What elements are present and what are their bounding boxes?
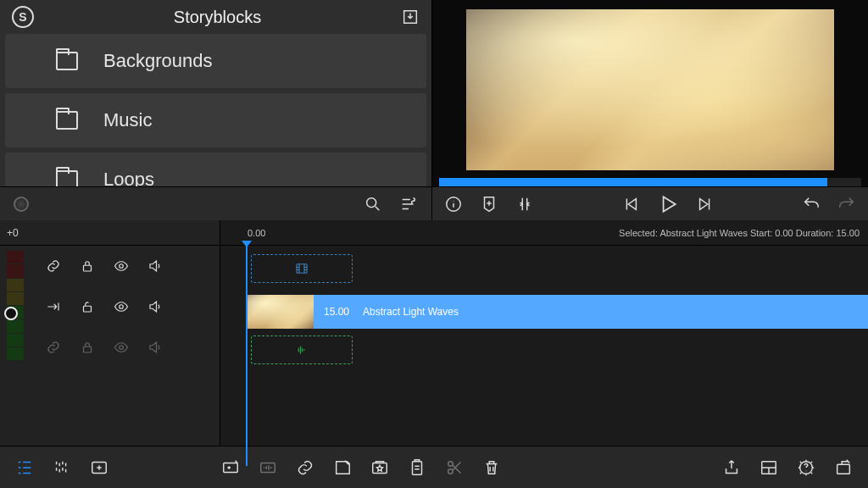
- audio-meter: [7, 251, 24, 361]
- timeline-header: 0.00 Selected: Abstract Light Waves Star…: [220, 220, 868, 246]
- next-frame-icon[interactable]: [696, 195, 715, 214]
- transition-icon[interactable]: [46, 299, 61, 314]
- browser-title: Storyblocks: [44, 8, 391, 27]
- selection-info: Selected: Abstract Light Waves Start: 0.…: [619, 228, 860, 238]
- timeline-track-2[interactable]: 15.00 Abstract Light Waves: [220, 295, 868, 329]
- unlock-icon[interactable]: [80, 299, 95, 314]
- speaker-icon[interactable]: [147, 258, 163, 274]
- browser-footer: [0, 186, 431, 220]
- scrub-bar[interactable]: [439, 178, 861, 186]
- tracks-area[interactable]: 15.00 Abstract Light Waves: [220, 246, 868, 466]
- playhead[interactable]: [246, 246, 248, 466]
- speaker-icon[interactable]: [147, 340, 163, 355]
- browser-item-label: Backgrounds: [103, 50, 212, 72]
- svg-rect-6: [84, 347, 92, 352]
- svg-rect-4: [84, 306, 92, 312]
- timeline-track-1[interactable]: [220, 254, 868, 288]
- preview-panel: [432, 0, 868, 220]
- browser-item-backgrounds[interactable]: Backgrounds: [5, 34, 426, 88]
- svg-rect-2: [84, 265, 92, 271]
- marker-add-icon[interactable]: [480, 195, 498, 214]
- svg-rect-13: [413, 461, 422, 474]
- svg-point-0: [367, 197, 376, 207]
- track-controls-1: [34, 246, 220, 286]
- zoom-level[interactable]: +0: [0, 220, 220, 246]
- film-icon: [294, 261, 309, 276]
- media-browser-panel: S Storyblocks Backgrounds Music Loops: [0, 0, 432, 220]
- layout-icon[interactable]: [760, 458, 778, 477]
- share-icon[interactable]: [722, 458, 741, 477]
- clip-duration: 15.00: [324, 306, 349, 318]
- svg-point-5: [120, 305, 124, 309]
- folder-icon: [56, 52, 78, 70]
- download-icon[interactable]: [401, 8, 420, 26]
- trash-icon[interactable]: [482, 458, 501, 477]
- link-icon[interactable]: [46, 258, 61, 274]
- browser-item-label: Music: [103, 109, 152, 131]
- folder-icon: [56, 170, 78, 186]
- edit-icon[interactable]: [333, 458, 352, 477]
- favorites-icon[interactable]: [370, 458, 389, 477]
- sort-icon[interactable]: [399, 195, 418, 214]
- timeline-track-3[interactable]: [220, 336, 868, 369]
- preview-viewport: [432, 0, 868, 175]
- track-controls-3: [34, 327, 220, 368]
- clipboard-icon[interactable]: [408, 458, 426, 477]
- clip-thumbnail: [246, 295, 314, 329]
- add-clip-icon[interactable]: [221, 458, 240, 477]
- track-controls-2: [34, 286, 220, 327]
- meter-level-knob[interactable]: [4, 307, 18, 320]
- search-icon[interactable]: [364, 195, 382, 214]
- grid-view-icon[interactable]: [53, 458, 71, 477]
- cut-icon[interactable]: [445, 458, 464, 477]
- clip-abstract-light-waves[interactable]: 15.00 Abstract Light Waves: [246, 295, 868, 329]
- folder-icon: [56, 111, 78, 130]
- lock-icon[interactable]: [80, 258, 95, 274]
- settings-help-icon[interactable]: [797, 458, 815, 477]
- video-placeholder[interactable]: [251, 254, 353, 283]
- eye-icon[interactable]: [114, 299, 129, 314]
- export-icon[interactable]: [834, 458, 853, 477]
- scrub-progress: [439, 178, 827, 186]
- record-icon[interactable]: [14, 197, 29, 212]
- list-view-icon[interactable]: [15, 458, 34, 477]
- eye-off-icon[interactable]: [114, 340, 129, 355]
- svg-rect-8: [297, 264, 307, 274]
- svg-rect-11: [261, 463, 275, 472]
- browser-item-loops[interactable]: Loops: [5, 152, 426, 186]
- svg-point-7: [120, 346, 124, 350]
- preview-frame: [466, 9, 834, 170]
- waveform-icon: [294, 342, 309, 358]
- undo-icon[interactable]: [802, 195, 821, 214]
- link-tool-icon[interactable]: [296, 458, 314, 477]
- lock-icon[interactable]: [80, 340, 95, 355]
- browser-header: S Storyblocks: [0, 0, 431, 34]
- redo-icon[interactable]: [837, 195, 856, 214]
- browser-item-label: Loops: [103, 169, 154, 186]
- eye-icon[interactable]: [114, 258, 129, 274]
- add-media-icon[interactable]: [90, 458, 108, 477]
- svg-rect-18: [837, 464, 850, 474]
- split-icon[interactable]: [515, 195, 534, 214]
- storyblocks-logo-icon[interactable]: S: [12, 6, 34, 28]
- bottom-toolbar: [0, 446, 868, 488]
- browser-item-music[interactable]: Music: [5, 93, 426, 147]
- audio-clip-icon[interactable]: [259, 458, 277, 477]
- clip-name: Abstract Light Waves: [363, 306, 459, 318]
- play-icon[interactable]: [657, 193, 679, 215]
- browser-list: Backgrounds Music Loops: [0, 34, 431, 186]
- transport-bar: [432, 186, 868, 220]
- playhead-time: 0.00: [248, 228, 265, 238]
- info-icon[interactable]: [444, 195, 463, 214]
- speaker-icon[interactable]: [147, 299, 163, 314]
- prev-frame-icon[interactable]: [621, 195, 640, 214]
- svg-point-3: [120, 264, 124, 269]
- link-icon[interactable]: [46, 340, 61, 355]
- audio-placeholder[interactable]: [251, 336, 353, 364]
